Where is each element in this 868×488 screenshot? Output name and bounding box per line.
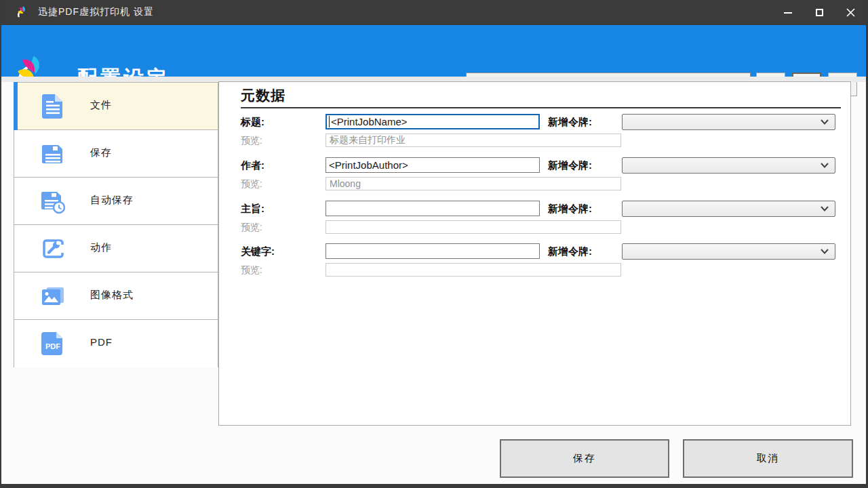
token-label: 新增令牌: — [548, 114, 592, 129]
keywords-token-select[interactable] — [622, 243, 835, 260]
keywords-input[interactable] — [326, 243, 540, 259]
title-preview-row: 预览: — [219, 134, 850, 148]
keywords-label: 关键字: — [241, 243, 275, 259]
author-token-select[interactable] — [622, 157, 835, 174]
sidebar-item-label: 自动保存 — [90, 194, 134, 207]
window-title: 迅捷PDF虚拟打印机 设置 — [38, 6, 154, 18]
image-icon — [39, 282, 67, 310]
preview-label: 预览: — [241, 134, 262, 147]
pdf-file-icon: PDF — [39, 329, 67, 358]
chevron-down-icon — [821, 119, 829, 125]
cancel-button[interactable]: 取消 — [683, 439, 853, 478]
sidebar-item-label: 动作 — [90, 241, 112, 254]
cancel-button-label: 取消 — [757, 452, 780, 465]
maximize-button[interactable] — [804, 0, 835, 25]
app-logo-icon — [16, 5, 30, 19]
keywords-row: 关键字: 新增令牌: — [219, 243, 850, 260]
section-title: 元数据 — [241, 86, 285, 105]
maximize-icon — [816, 9, 823, 16]
sidebar-item-file[interactable]: 文件 — [14, 83, 218, 130]
sidebar-item-action[interactable]: 动作 — [14, 225, 218, 272]
save-button[interactable]: 保存 — [500, 439, 669, 478]
sidebar: 文件 保存 — [14, 82, 218, 367]
token-label: 新增令牌: — [548, 201, 592, 216]
title-input[interactable] — [326, 114, 540, 129]
sidebar-item-label: 文件 — [90, 99, 112, 112]
title-row: 标题: 新增令牌: — [219, 114, 850, 130]
document-icon — [39, 92, 67, 121]
author-preview-row: 预览: — [219, 177, 850, 191]
preview-label: 预览: — [241, 177, 262, 190]
title-preview-input — [326, 134, 621, 147]
close-icon — [846, 8, 855, 17]
token-label: 新增令牌: — [548, 157, 592, 173]
titlebar: 迅捷PDF虚拟打印机 设置 — [0, 0, 868, 25]
title-label: 标题: — [241, 114, 264, 129]
author-row: 作者: 新增令牌: — [219, 157, 850, 174]
chevron-down-icon — [821, 206, 829, 211]
window-border-bottom — [0, 484, 868, 488]
sidebar-item-save[interactable]: 保存 — [14, 130, 218, 178]
window-border-left — [0, 0, 1, 488]
sidebar-item-label: PDF — [90, 336, 113, 348]
subject-input[interactable] — [326, 201, 540, 216]
subject-preview-input — [326, 220, 621, 234]
save-button-label: 保存 — [573, 452, 596, 465]
keywords-preview-input — [326, 263, 621, 277]
sidebar-item-autosave[interactable]: 自动保存 — [14, 178, 218, 225]
floppy-clock-icon — [39, 187, 67, 216]
subject-label: 主旨: — [241, 201, 264, 216]
window-controls — [772, 0, 866, 25]
text-caret — [329, 116, 330, 127]
app-header: PDF 配置设定 配置文件: <默认配置> + − — [1, 25, 866, 77]
preview-label: 预览: — [241, 220, 262, 234]
author-input[interactable] — [326, 157, 540, 173]
svg-text:PDF: PDF — [45, 342, 60, 350]
subject-row: 主旨: 新增令牌: — [219, 201, 850, 217]
chevron-down-icon — [821, 249, 829, 254]
author-label: 作者: — [241, 157, 264, 173]
keywords-preview-row: 预览: — [219, 263, 850, 277]
sidebar-item-image-format[interactable]: 图像格式 — [14, 272, 218, 320]
minimize-icon — [784, 12, 792, 14]
close-button[interactable] — [835, 0, 866, 25]
floppy-icon — [39, 140, 67, 168]
minimize-button[interactable] — [772, 0, 804, 25]
subject-preview-row: 预览: — [219, 220, 850, 235]
token-label: 新增令牌: — [548, 243, 592, 259]
section-divider — [241, 107, 841, 108]
preview-label: 预览: — [241, 263, 262, 277]
sidebar-item-label: 保存 — [90, 146, 112, 159]
chevron-down-icon — [821, 163, 829, 168]
sidebar-item-label: 图像格式 — [90, 289, 134, 302]
sidebar-item-pdf[interactable]: PDF PDF — [14, 320, 218, 367]
metadata-panel: 元数据 标题: 新增令牌: 预览: 作者: 新增令牌: — [218, 81, 851, 426]
subject-token-select[interactable] — [622, 201, 835, 217]
author-preview-input — [326, 177, 621, 190]
title-token-select[interactable] — [622, 114, 835, 130]
wrench-icon — [39, 235, 67, 263]
settings-window: 迅捷PDF虚拟打印机 设置 PDF 配置设定 配置文件: <默认配置> — [0, 0, 868, 488]
